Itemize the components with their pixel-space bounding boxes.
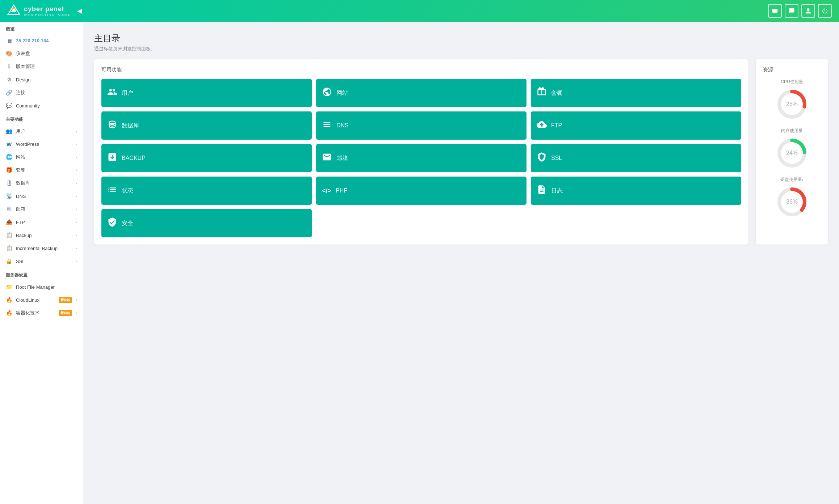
ssl-card-label: SSL xyxy=(551,155,562,161)
ftp-card-label: FTP xyxy=(551,122,562,129)
memory-percent: 24% xyxy=(786,150,798,156)
logs-card-label: 日志 xyxy=(551,187,563,195)
email-card-icon xyxy=(322,152,332,164)
features-panel-title: 可用功能 xyxy=(101,67,741,73)
sidebar: 概览 🖥 35.220.210.184 🎨 仪表盘 ℹ 版本管理 ⚙ Desig… xyxy=(0,22,83,504)
feature-card-packages[interactable]: 套餐 xyxy=(531,79,741,107)
features-panel: 可用功能 用户 网站 xyxy=(94,59,748,245)
feature-card-website[interactable]: 网站 xyxy=(316,79,527,107)
sidebar-item-design[interactable]: ⚙ Design xyxy=(0,73,83,86)
power-button[interactable] xyxy=(818,4,832,18)
overview-section-title: 概览 xyxy=(0,22,83,34)
youtube-button[interactable] xyxy=(768,4,782,18)
disk-percent: 36% xyxy=(786,199,798,205)
sidebar-item-wordpress[interactable]: W WordPress › xyxy=(0,138,83,151)
chevron-right-icon: › xyxy=(76,233,77,237)
backup-card-icon xyxy=(107,152,117,164)
community-icon: 💬 xyxy=(6,102,12,109)
feature-card-php[interactable]: </> PHP xyxy=(316,177,527,205)
ssl-card-icon xyxy=(537,152,547,164)
cpu-label: CPU使用量 xyxy=(781,79,803,85)
status-card-icon xyxy=(107,185,117,197)
disk-label: 硬盘使用量/ xyxy=(780,177,803,183)
sidebar-ip-address[interactable]: 🖥 35.220.210.184 xyxy=(0,34,83,47)
chevron-right-icon: › xyxy=(76,129,77,134)
sidebar-item-dashboard[interactable]: 🎨 仪表盘 xyxy=(0,47,83,60)
logo-area: cyber panel WEB HOSTING PANEL ◀ xyxy=(7,4,85,17)
sidebar-item-cloudlinux[interactable]: 🔥 CloudLinux 新功能 › xyxy=(0,293,83,306)
incremental-backup-icon: 📋 xyxy=(6,245,12,251)
sidebar-item-connect[interactable]: 🔗 连接 xyxy=(0,86,83,99)
database-card-label: 数据库 xyxy=(122,122,139,130)
wordpress-icon: W xyxy=(6,141,12,147)
logo-text: cyber panel WEB HOSTING PANEL xyxy=(24,5,71,17)
sidebar-item-users[interactable]: 👥 用户 › xyxy=(0,125,83,138)
cpu-percent: 28% xyxy=(786,101,798,107)
feature-card-backup[interactable]: BACKUP xyxy=(101,144,312,172)
feature-card-security[interactable]: 安全 xyxy=(101,209,312,237)
backup-icon: 📋 xyxy=(6,232,12,238)
sidebar-item-version[interactable]: ℹ 版本管理 xyxy=(0,60,83,73)
feature-card-email[interactable]: 邮箱 xyxy=(316,144,527,172)
email-icon: ✉ xyxy=(6,206,12,212)
feature-card-ssl[interactable]: SSL xyxy=(531,144,741,172)
website-card-label: 网站 xyxy=(336,89,348,97)
file-manager-icon: 📁 xyxy=(6,284,12,290)
chevron-right-icon: › xyxy=(76,168,77,172)
feature-card-ftp[interactable]: FTP xyxy=(531,111,741,140)
content-row: 可用功能 用户 网站 xyxy=(94,59,828,245)
email-card-label: 邮箱 xyxy=(336,154,348,162)
server-settings-section-title: 服务器设置 xyxy=(0,268,83,280)
dns-icon: 📡 xyxy=(6,193,12,199)
disk-donut: 36% xyxy=(776,186,808,218)
sidebar-toggle[interactable]: ◀ xyxy=(74,5,85,16)
logo-icon xyxy=(7,4,20,17)
sidebar-item-backup[interactable]: 📋 Backup › xyxy=(0,229,83,242)
sidebar-item-root-file-manager[interactable]: 📁 Root File Manager xyxy=(0,280,83,293)
info-icon: ℹ xyxy=(6,63,12,70)
sidebar-item-dns[interactable]: 📡 DNS › xyxy=(0,190,83,203)
dns-card-label: DNS xyxy=(336,122,349,129)
feature-card-status[interactable]: 状态 xyxy=(101,177,312,205)
sidebar-item-database[interactable]: 🗄 数据库 › xyxy=(0,177,83,190)
backup-card-label: BACKUP xyxy=(122,155,146,161)
container-icon: 🔥 xyxy=(6,310,12,316)
packages-icon: 🎁 xyxy=(6,167,12,173)
main-func-section-title: 主要功能 xyxy=(0,112,83,125)
globe-icon: 🌐 xyxy=(6,154,12,160)
packages-card-label: 套餐 xyxy=(551,89,563,97)
feature-card-logs[interactable]: 日志 xyxy=(531,177,741,205)
main-content: 主目录 通过标签页来浏览控制面板。 可用功能 用户 xyxy=(83,22,839,504)
dashboard-icon: 🎨 xyxy=(6,50,12,57)
header-icons xyxy=(768,4,832,18)
chevron-right-icon: › xyxy=(76,298,77,302)
feature-card-database[interactable]: 数据库 xyxy=(101,111,312,140)
resources-panel: 资源 CPU使用量 28% xyxy=(756,59,828,245)
sidebar-item-packages[interactable]: 🎁 套餐 › xyxy=(0,164,83,177)
feature-card-users[interactable]: 用户 xyxy=(101,79,312,107)
memory-donut: 24% xyxy=(776,137,808,169)
chat-button[interactable] xyxy=(785,4,798,18)
chevron-right-icon: › xyxy=(76,181,77,185)
website-card-icon xyxy=(322,87,332,99)
ftp-icon: 📤 xyxy=(6,219,12,225)
sidebar-item-ssl[interactable]: 🔒 SSL › xyxy=(0,255,83,268)
new-badge-cloudlinux: 新功能 xyxy=(59,297,72,303)
ssl-icon: 🔒 xyxy=(6,258,12,264)
features-grid: 用户 网站 套餐 xyxy=(101,79,741,237)
chevron-right-icon: › xyxy=(76,220,77,224)
monitor-icon: 🖥 xyxy=(6,38,12,44)
sidebar-item-ftp[interactable]: 📤 FTP › xyxy=(0,216,83,229)
status-card-label: 状态 xyxy=(122,187,133,195)
resources-panel-title: 资源 xyxy=(763,67,821,73)
profile-button[interactable] xyxy=(801,4,815,18)
sidebar-item-incremental-backup[interactable]: 📋 Incremental Backup › xyxy=(0,242,83,255)
sidebar-item-community[interactable]: 💬 Community xyxy=(0,99,83,112)
feature-card-dns[interactable]: DNS xyxy=(316,111,527,140)
layout: 概览 🖥 35.220.210.184 🎨 仪表盘 ℹ 版本管理 ⚙ Desig… xyxy=(0,22,839,504)
link-icon: 🔗 xyxy=(6,89,12,96)
sidebar-item-email[interactable]: ✉ 邮箱 › xyxy=(0,203,83,216)
cloudlinux-icon: 🔥 xyxy=(6,297,12,303)
sidebar-item-container[interactable]: 🔥 容器化技术 新功能 › xyxy=(0,306,83,319)
sidebar-item-websites[interactable]: 🌐 网站 › xyxy=(0,151,83,164)
